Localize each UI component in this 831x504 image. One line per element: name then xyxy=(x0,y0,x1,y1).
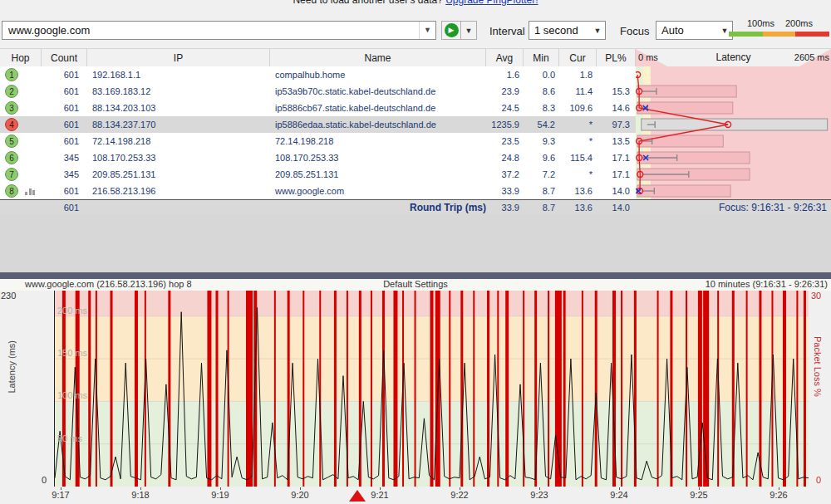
header-name: Name xyxy=(270,49,486,67)
cell-cur: 11.4 xyxy=(559,83,597,100)
cell-name: compalhub.home xyxy=(270,66,486,83)
summary-label: Round Trip (ms) xyxy=(87,202,486,213)
hop-status-green-icon: 2 xyxy=(5,85,18,98)
summary-pl: 14.0 xyxy=(597,203,636,213)
cell-hop: 1 xyxy=(0,66,42,83)
trace-options-dropdown[interactable]: ▼ xyxy=(460,21,477,40)
timeline-graph[interactable] xyxy=(54,291,808,487)
target-address-combo[interactable]: www.google.com ▼ xyxy=(2,21,436,40)
graphed-hop-bars-icon xyxy=(25,188,37,195)
x-tick-label-9:23: 9:23 xyxy=(530,490,548,500)
left-axis-title: Latency (ms) xyxy=(7,340,17,394)
upgrade-banner: Need to load another user's data? Upgrad… xyxy=(0,0,831,8)
cell-avg: 1.6 xyxy=(486,66,524,83)
target-dropdown-arrow-icon[interactable]: ▼ xyxy=(419,22,435,39)
cell-min: 7.2 xyxy=(524,166,559,183)
cell-hop: 8 xyxy=(0,183,42,199)
x-tick-label-9:22: 9:22 xyxy=(450,490,468,500)
pingplotter-window: Need to load another user's data? Upgrad… xyxy=(0,0,831,504)
x-tick-label-9:19: 9:19 xyxy=(211,490,229,500)
hop-status-green-icon: 5 xyxy=(5,135,18,148)
banner-text: Need to load another user's data? xyxy=(293,0,445,6)
hop-status-green-icon: 3 xyxy=(5,101,18,115)
cell-count: 601 xyxy=(42,66,87,83)
focus-label: Focus xyxy=(620,25,649,37)
timeline-header: www.google.com (216.58.213.196) hop 8 De… xyxy=(0,279,831,291)
round-trip-summary-row: 601 Round Trip (ms) 33.9 8.7 13.6 14.0 F… xyxy=(0,199,831,214)
cell-count: 601 xyxy=(42,133,87,149)
left-axis-min: 0 xyxy=(42,475,47,485)
x-tick-label-9:18: 9:18 xyxy=(131,490,149,500)
hop-latency-mini-graph[interactable] xyxy=(636,66,831,199)
right-axis-min: 0 xyxy=(816,475,821,485)
trace-table-header: Hop Count IP Name Avg Min Cur PL% 0 ms L… xyxy=(0,48,831,66)
cell-pl: 97.3 xyxy=(597,116,636,133)
cell-hop: 5 xyxy=(0,133,42,149)
cell-pl xyxy=(597,66,636,83)
cell-count: 601 xyxy=(42,83,87,100)
chevron-down-icon: ▼ xyxy=(590,27,605,35)
x-tick-label-9:17: 9:17 xyxy=(52,490,69,500)
focus-select[interactable]: Auto ▼ xyxy=(656,21,733,40)
cell-min: 9.3 xyxy=(524,133,559,149)
focus-range-text: Focus: 9:16:31 - 9:26:31 xyxy=(636,202,831,213)
cell-name: 209.85.251.131 xyxy=(270,166,486,183)
cell-pl: 15.3 xyxy=(597,83,636,100)
play-icon: ▶ xyxy=(445,23,459,37)
cell-avg: 1235.9 xyxy=(486,116,524,133)
upgrade-link[interactable]: Upgrade PingPlotter! xyxy=(445,0,538,6)
cell-ip: 216.58.213.196 xyxy=(87,183,270,199)
cell-cur: 109.6 xyxy=(559,100,597,116)
right-axis-title: Packet Loss % xyxy=(813,336,823,397)
summary-count: 601 xyxy=(0,203,87,213)
cell-ip: 88.134.203.103 xyxy=(87,100,270,116)
cell-pl: 17.1 xyxy=(597,166,636,183)
cell-count: 601 xyxy=(42,183,87,199)
hop-status-green-icon: 8 xyxy=(5,184,18,198)
cell-ip: 192.168.1.1 xyxy=(87,66,270,83)
cell-name: 72.14.198.218 xyxy=(270,133,486,149)
header-min: Min xyxy=(524,49,559,67)
focus-value: Auto xyxy=(656,24,717,37)
header-cur: Cur xyxy=(559,49,597,67)
timeline-plot-wrap: 230 0 Latency (ms) 30 0 Packet Loss % 20… xyxy=(0,291,831,487)
focus-position-marker[interactable] xyxy=(349,490,366,502)
right-axis-max: 30 xyxy=(811,291,821,301)
cell-pl: 13.5 xyxy=(597,133,636,149)
summary-cur: 13.6 xyxy=(559,203,597,213)
cell-cur: 1.8 xyxy=(559,66,597,83)
cell-count: 345 xyxy=(42,149,87,166)
cell-ip: 108.170.253.33 xyxy=(87,149,270,166)
hop-status-green-icon: 6 xyxy=(5,151,18,164)
cell-ip: 88.134.237.170 xyxy=(87,116,270,133)
cell-avg: 24.8 xyxy=(486,149,524,166)
interval-value: 1 second xyxy=(529,24,590,37)
cell-name: ip53a9b70c.static.kabel-deutschland.de xyxy=(270,83,486,100)
target-address-value[interactable]: www.google.com xyxy=(2,24,419,37)
summary-avg: 33.9 xyxy=(486,203,524,213)
cell-pl: 14.0 xyxy=(597,183,636,199)
interval-label: Interval xyxy=(489,25,525,37)
cell-min: 8.7 xyxy=(524,183,559,199)
x-tick-label-9:24: 9:24 xyxy=(610,490,627,500)
legend-gradient-bar xyxy=(729,32,829,37)
legend-200ms-label: 200ms xyxy=(785,18,813,28)
header-count: Count xyxy=(42,49,87,67)
cell-name: www.google.com xyxy=(270,183,486,199)
cell-cur: * xyxy=(559,166,597,183)
x-tick-label-9:26: 9:26 xyxy=(770,490,787,500)
interval-select[interactable]: 1 second ▼ xyxy=(529,21,606,40)
start-trace-button[interactable]: ▶ xyxy=(441,21,461,40)
cell-name: ip5886edaa.static.kabel-deutschland.de xyxy=(270,116,486,133)
timeline-range-label: 10 minutes (9:16:31 - 9:26:31) xyxy=(706,279,828,289)
x-tick-label-9:25: 9:25 xyxy=(690,490,707,500)
left-axis-max: 230 xyxy=(1,291,16,301)
cell-min: 9.6 xyxy=(524,149,559,166)
cell-avg: 37.2 xyxy=(486,166,524,183)
cell-hop: 3 xyxy=(0,100,42,116)
panel-splitter-handle[interactable] xyxy=(0,272,831,279)
cell-min: 54.2 xyxy=(524,116,559,133)
latency-scale-max: 2605 ms xyxy=(794,52,829,62)
cell-hop: 2 xyxy=(0,83,42,100)
cell-count: 345 xyxy=(42,166,87,183)
